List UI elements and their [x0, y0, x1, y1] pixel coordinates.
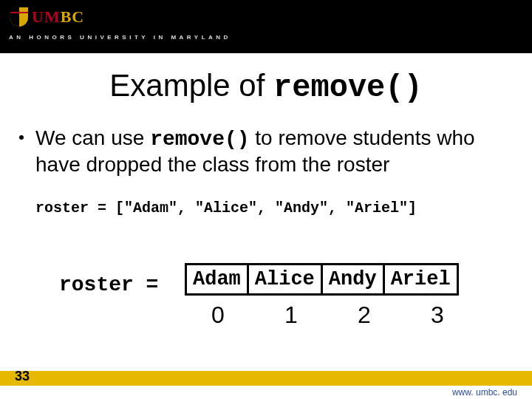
cell-3: Ariel	[383, 265, 457, 295]
tagline: AN HONORS UNIVERSITY IN MARYLAND	[9, 34, 231, 41]
index-row: 0 1 2 3	[185, 301, 477, 329]
bullet-dot-icon	[19, 135, 24, 140]
logo-um: UM	[32, 7, 61, 26]
footer-url: www. umbc. edu	[452, 387, 517, 398]
bullet-pre: We can use	[35, 126, 150, 149]
slide-title: Example of remove()	[0, 68, 532, 106]
logo-bc: BC	[61, 7, 85, 26]
index-3: 3	[398, 301, 477, 329]
cell-1: Alice	[248, 265, 321, 295]
slide-number: 33	[15, 369, 30, 384]
title-prefix: Example of	[109, 68, 273, 103]
index-1: 1	[251, 301, 331, 329]
header-band: UMBC AN HONORS UNIVERSITY IN MARYLAND	[0, 0, 532, 53]
bullet-code: remove()	[150, 128, 249, 151]
slide: UMBC AN HONORS UNIVERSITY IN MARYLAND Ex…	[0, 0, 532, 399]
title-code: remove()	[273, 70, 423, 106]
code-line: roster = ["Adam", "Alice", "Andy", "Arie…	[35, 200, 417, 216]
index-0: 0	[185, 301, 251, 329]
bullet-1: We can use remove() to remove students w…	[35, 126, 501, 177]
shield-icon	[9, 6, 30, 28]
svg-rect-0	[10, 12, 28, 13]
cell-2: Andy	[321, 265, 383, 295]
cell-0: Adam	[186, 265, 248, 295]
roster-label: roster =	[59, 273, 158, 296]
index-2: 2	[331, 301, 398, 329]
table-row: Adam Alice Andy Ariel	[186, 265, 458, 295]
logo-text: UMBC	[32, 7, 84, 27]
umbc-logo: UMBC	[9, 6, 84, 28]
roster-table: Adam Alice Andy Ariel	[185, 263, 459, 296]
footer-bar	[0, 371, 532, 386]
